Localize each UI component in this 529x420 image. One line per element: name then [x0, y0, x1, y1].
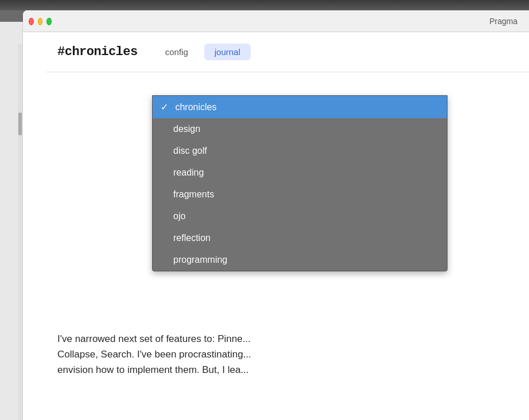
tab-config[interactable]: config — [155, 44, 199, 60]
dropdown-item-ojo[interactable]: ojo — [153, 205, 447, 227]
dropdown-item-label: ojo — [173, 211, 185, 221]
background-photo — [0, 0, 529, 10]
main-window: Pragma #chronicles config journal ✓ chro… — [23, 10, 529, 420]
page-title: #chronicles — [57, 45, 138, 59]
scroll-thumb[interactable] — [18, 112, 22, 135]
checkmark-icon: ✓ — [161, 102, 168, 112]
dropdown-item-programming[interactable]: programming — [153, 249, 447, 271]
body-paragraph: I've narrowed next set of features to: P… — [57, 331, 518, 378]
dropdown-item-disc-golf[interactable]: disc golf — [153, 140, 447, 162]
header-tabs: config journal — [155, 44, 251, 60]
tab-journal[interactable]: journal — [204, 44, 251, 60]
dropdown-list[interactable]: ✓ chronicles design disc golf reading fr… — [152, 95, 448, 271]
titlebar: Pragma — [23, 10, 529, 32]
dropdown-item-label: chronicles — [175, 102, 216, 112]
dropdown-item-reflection[interactable]: reflection — [153, 227, 447, 249]
sidebar — [0, 22, 23, 420]
dropdown-container: ✓ chronicles design disc golf reading fr… — [152, 95, 448, 271]
dropdown-item-label: programming — [173, 255, 227, 265]
dropdown-item-label: reflection — [173, 233, 211, 243]
dropdown-item-label: reading — [173, 168, 204, 177]
window-title: Pragma — [489, 17, 518, 26]
dropdown-item-label: disc golf — [173, 146, 207, 155]
header: #chronicles config journal — [46, 32, 529, 72]
dropdown-item-design[interactable]: design — [153, 118, 447, 140]
dropdown-item-fragments[interactable]: fragments — [153, 184, 447, 205]
minimize-button[interactable] — [38, 18, 43, 25]
dropdown-item-chronicles[interactable]: ✓ chronicles — [153, 96, 447, 118]
dropdown-item-reading[interactable]: reading — [153, 162, 447, 184]
scroll-indicator — [18, 44, 22, 420]
dropdown-item-label: fragments — [173, 189, 214, 199]
dropdown-item-label: design — [173, 124, 200, 134]
body-text-area: I've narrowed next set of features to: P… — [46, 322, 529, 420]
main-content: #chronicles config journal ✓ chronicles … — [46, 32, 529, 420]
close-button[interactable] — [29, 18, 34, 25]
maximize-button[interactable] — [46, 18, 52, 25]
body-area: ✓ chronicles design disc golf reading fr… — [46, 72, 529, 420]
traffic-lights — [23, 10, 52, 32]
